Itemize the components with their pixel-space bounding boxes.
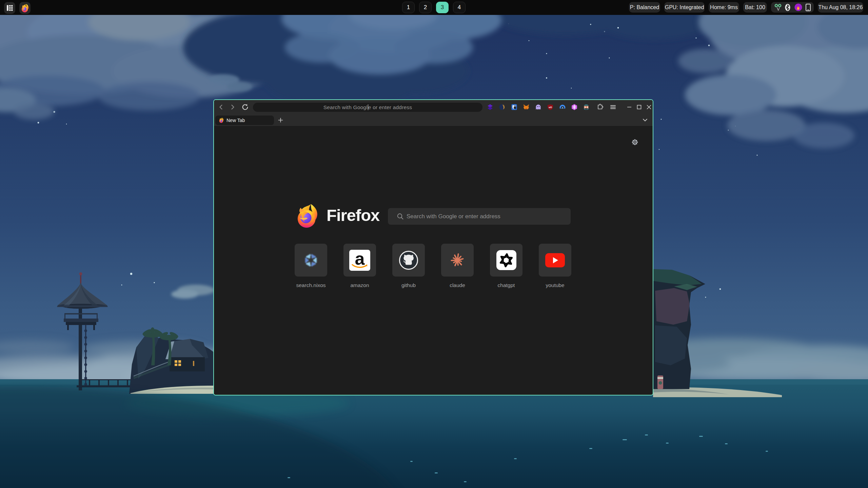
svg-text:uO: uO [549,106,552,108]
